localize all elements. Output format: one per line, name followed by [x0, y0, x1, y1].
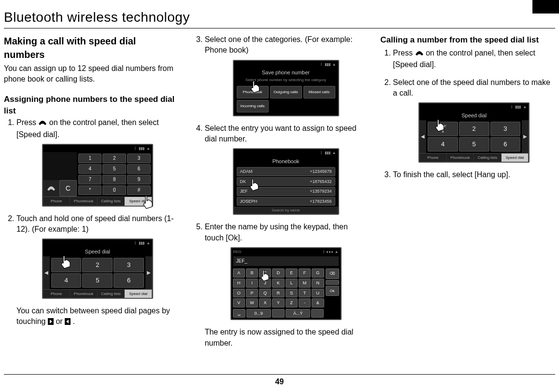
- page-header: Bluetooth wireless technology: [4, 10, 559, 25]
- nav-right-icon: ▶: [522, 120, 529, 153]
- screenshot-speed-dial-2: ᛒ▮▮▮▲ Speed dial ◀ JEF 1 2 3 4 5: [418, 102, 530, 163]
- tab-speed-dial: Speed dial: [125, 197, 152, 205]
- steps-list-1: Press on the control panel, then select …: [4, 117, 179, 328]
- step-5: Enter the name by using the keypad, then…: [205, 222, 367, 349]
- tab-row: Phone Phonebook Calling lists Speed dial: [419, 153, 529, 162]
- phone-icon: [38, 118, 47, 129]
- tab-calling-lists: Calling lists: [474, 154, 502, 162]
- c-key: C: [59, 180, 77, 196]
- step5-text: Enter the name by using the keypad, then…: [205, 223, 348, 241]
- sd-key-6: 6: [114, 273, 144, 288]
- screen-title: Speed dial: [43, 247, 152, 256]
- keyboard-grid: ABCDEFG HIJKLMN OPQRSTU VWXYZ-&: [231, 267, 326, 308]
- step-3c: To finish the call, select [Hang up].: [393, 169, 555, 180]
- sd2-key-5: 5: [459, 137, 489, 152]
- content-columns: Making a call with speed dial numbers Yo…: [0, 34, 559, 352]
- status-bar: ᛒ▮▮▮▲: [419, 103, 529, 111]
- cat-incoming: Incoming calls: [237, 100, 269, 112]
- arrow-left-icon: [65, 317, 71, 328]
- step1c-text-a: Press: [393, 49, 415, 57]
- tab-calling-lists: Calling lists: [98, 290, 125, 298]
- tab-row: Phone Phonebook Calling lists Speed dial: [43, 289, 152, 298]
- step3c-text: To finish the call, select [Hang up].: [393, 170, 510, 179]
- pb-row: JOSEPH+17823456: [237, 197, 335, 206]
- screen-title: Phonebook: [234, 157, 338, 166]
- steps-list-2: Select one of the categories. (For examp…: [192, 34, 367, 349]
- screenshot-keyboard: REG ᛒ ▮▮▮ ▲ JEF_ ABCDEFG HIJKLMN OPQRSTU…: [230, 247, 342, 320]
- tab-phone: Phone: [419, 154, 447, 162]
- status-bar: ᛒ▮▮▮▲: [234, 61, 338, 68]
- note2c: .: [73, 317, 75, 325]
- section-heading-speed-dial: Making a call with speed dial numbers: [4, 34, 179, 61]
- decorative-box: [532, 0, 559, 14]
- column-1: Making a call with speed dial numbers Yo…: [4, 34, 179, 352]
- reg-label: REG: [233, 249, 242, 254]
- screen-subtitle: Select phone number by selecting the cat…: [234, 77, 338, 83]
- tab-phone: Phone: [43, 290, 71, 298]
- step5-note: The entry is now assigned to the speed d…: [205, 327, 367, 349]
- intro-text: You can assign up to 12 speed dial numbe…: [4, 63, 179, 85]
- tab-speed-dial: Speed dial: [502, 154, 529, 162]
- step2-note: You can switch between speed dial pages …: [16, 306, 179, 328]
- nav-left-icon: ◀: [419, 120, 426, 153]
- tab-phonebook: Phonebook: [70, 197, 98, 205]
- column-2: Select one of the categories. (For examp…: [192, 34, 367, 352]
- pb-row: DK+18765432: [237, 177, 335, 186]
- header-underline: [4, 28, 555, 28]
- tab-speed-dial: Speed dial: [125, 290, 152, 298]
- input-field: JEF_: [233, 256, 339, 266]
- sd-key-3: 3: [114, 258, 144, 272]
- status-bar: ᛒ▮▮▮▲: [43, 145, 152, 152]
- sd2-key-3: 3: [490, 122, 521, 136]
- key-8: 8: [102, 175, 126, 184]
- cat-outgoing: Outgoing calls: [270, 86, 302, 98]
- key-2: 2: [102, 154, 126, 163]
- phone-icon: [43, 180, 59, 196]
- tab-calling-lists: Calling lists: [98, 197, 125, 205]
- sd-key-4: 4: [51, 273, 82, 288]
- sd2-key-6: 6: [490, 137, 521, 152]
- phone-icon: [415, 49, 424, 59]
- step-1: Press on the control panel, then select …: [16, 117, 179, 206]
- search-by-name: Search by name: [234, 207, 338, 214]
- sd2-key-1: JEF 1: [428, 122, 458, 136]
- pb-row: JEF+13579234: [237, 187, 335, 196]
- tab-phonebook: Phonebook: [70, 290, 98, 298]
- backspace-icon: ⌫: [326, 268, 339, 279]
- pb-row: ADAM+12345678: [237, 167, 335, 176]
- note2b: or: [56, 317, 65, 325]
- page-number: 49: [0, 378, 559, 386]
- tab-row: Phone Phonebook Calling lists Speed dial: [43, 196, 152, 205]
- arrow-right-icon: [48, 317, 54, 328]
- key-3: 3: [127, 154, 151, 163]
- screenshot-save-phone: ᛒ▮▮▮▲ Save phone number Select phone num…: [233, 60, 339, 116]
- column-3: Calling a number from the speed dial lis…: [380, 34, 555, 352]
- key-5: 5: [102, 164, 126, 174]
- step2-text: Touch and hold one of speed dial numbers…: [16, 214, 174, 233]
- key-hash: #: [127, 185, 151, 195]
- sd-key-1: 1: [51, 258, 82, 272]
- step-2c: Select one of the speed dial numbers to …: [393, 77, 555, 163]
- key-9: 9: [127, 175, 151, 184]
- screenshot-speed-dial: ᛒ▮▮▮▲ Speed dial ◀ 1 2 3 4 5 6 ▶: [42, 238, 153, 299]
- tab-phone: Phone: [43, 197, 71, 205]
- section-heading-assigning: Assigning phone numbers to the speed dia…: [4, 94, 179, 117]
- step3-text: Select one of the categories. (For examp…: [205, 35, 353, 54]
- screen-title: Save phone number: [234, 68, 338, 77]
- step2c-text: Select one of the speed dial numbers to …: [393, 78, 550, 97]
- status-bar: ᛒ▮▮▮▲: [43, 239, 152, 247]
- key-star: *: [78, 185, 102, 195]
- step4-text: Select the entry you want to assign to s…: [205, 124, 357, 143]
- sd-key-2: 2: [82, 258, 113, 272]
- section-heading-calling: Calling a number from the speed dial lis…: [380, 34, 555, 46]
- nav-left-icon: ◀: [43, 256, 50, 289]
- status-bar: ᛒ ▮▮▮ ▲: [323, 249, 338, 254]
- cat-missed: Missed calls: [303, 86, 335, 98]
- key-1: 1: [78, 154, 102, 163]
- sd2-key-2: 2: [459, 122, 489, 136]
- key-0: 0: [102, 185, 126, 195]
- step-4: Select the entry you want to assign to s…: [205, 123, 367, 215]
- footer-line: [4, 374, 555, 375]
- tab-phonebook: Phonebook: [447, 154, 474, 162]
- nav-right-icon: ▶: [145, 256, 152, 289]
